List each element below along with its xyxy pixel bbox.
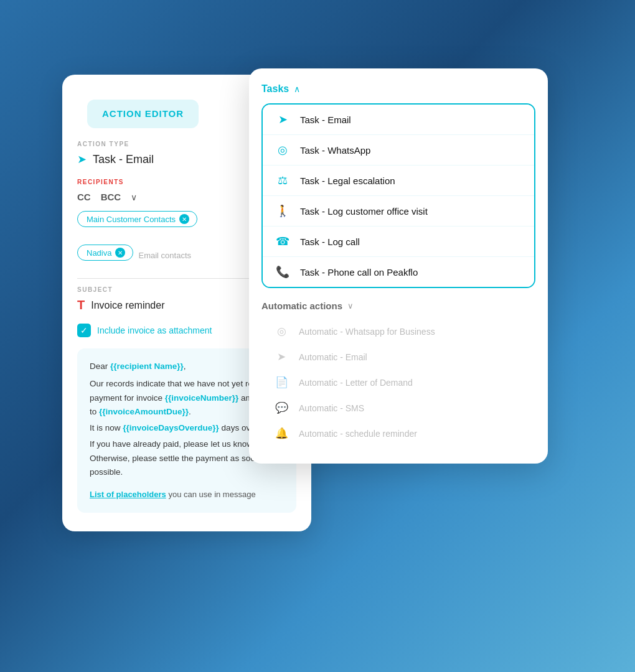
task-log-call-icon: ☎ bbox=[275, 235, 290, 248]
task-legal-label: Task - Legal escalation bbox=[300, 175, 395, 186]
auto-sms-item[interactable]: 💬 Automatic - SMS bbox=[261, 395, 535, 421]
action-editor-header: ACTION EDITOR bbox=[87, 100, 199, 128]
nadiva-tag[interactable]: Nadiva ✕ bbox=[77, 245, 133, 261]
action-editor-title: ACTION EDITOR bbox=[102, 108, 184, 119]
auto-whatsapp-label: Automatic - Whatsapp for Business bbox=[299, 327, 435, 337]
automatic-list: ◎ Automatic - Whatsapp for Business ➤ Au… bbox=[261, 319, 535, 446]
auto-whatsapp-icon: ◎ bbox=[274, 325, 289, 338]
main-contacts-tag[interactable]: Main Customer Contacts ✕ bbox=[77, 211, 197, 227]
email-comma: , bbox=[184, 362, 186, 371]
auto-whatsapp-item[interactable]: ◎ Automatic - Whatsapp for Business bbox=[261, 319, 535, 344]
bcc-chevron-icon[interactable]: ∨ bbox=[131, 192, 137, 202]
dropdown-card: Tasks ∧ ➤ Task - Email ◎ Task - WhatsApp… bbox=[249, 68, 548, 464]
subject-value: Invoice reminder bbox=[91, 300, 164, 311]
automatic-title: Automatic actions bbox=[261, 301, 342, 311]
auto-email-icon: ➤ bbox=[274, 350, 289, 363]
task-legal-icon: ⚖ bbox=[275, 174, 290, 187]
email-line2-post: . bbox=[189, 407, 191, 416]
main-contacts-remove-button[interactable]: ✕ bbox=[179, 214, 189, 224]
automatic-chevron-icon[interactable]: ∨ bbox=[347, 301, 354, 310]
auto-lod-icon: 📄 bbox=[274, 376, 289, 389]
task-whatsapp-label: Task - WhatsApp bbox=[300, 145, 370, 156]
subject-t-icon: T bbox=[77, 298, 85, 312]
placeholder-suffix: you can use in message bbox=[166, 490, 256, 499]
email-dear-text: Dear bbox=[90, 362, 110, 371]
auto-lod-label: Automatic - Letter of Demand bbox=[299, 378, 413, 388]
task-whatsapp-icon: ◎ bbox=[275, 143, 290, 157]
attachment-checkbox[interactable]: ✓ bbox=[77, 324, 91, 337]
auto-reminder-label: Automatic - schedule reminder bbox=[299, 429, 417, 439]
tasks-list: ➤ Task - Email ◎ Task - WhatsApp ⚖ Task … bbox=[261, 103, 535, 288]
auto-email-item[interactable]: ➤ Automatic - Email bbox=[261, 344, 535, 370]
cc-label: CC bbox=[77, 192, 91, 202]
email-icon: ➤ bbox=[77, 152, 87, 166]
var-invoice-amount: {{invoiceAmountDue}} bbox=[99, 407, 189, 416]
auto-lod-item[interactable]: 📄 Automatic - Letter of Demand bbox=[261, 370, 535, 395]
task-phone-call-item[interactable]: 📞 Task - Phone call on Peakflo bbox=[263, 257, 534, 287]
task-legal-item[interactable]: ⚖ Task - Legal escalation bbox=[263, 166, 534, 196]
placeholder-link[interactable]: List of placeholders bbox=[90, 490, 166, 499]
task-log-call-item[interactable]: ☎ Task - Log call bbox=[263, 226, 534, 257]
task-whatsapp-item[interactable]: ◎ Task - WhatsApp bbox=[263, 135, 534, 166]
task-email-icon: ➤ bbox=[275, 113, 290, 126]
task-phone-call-label: Task - Phone call on Peakflo bbox=[300, 267, 418, 278]
task-office-visit-label: Task - Log customer office visit bbox=[300, 206, 428, 217]
action-type-value: Task - Email bbox=[93, 153, 154, 166]
auto-sms-label: Automatic - SMS bbox=[299, 403, 364, 413]
tasks-title: Tasks bbox=[261, 83, 289, 95]
bcc-label: BCC bbox=[101, 192, 121, 202]
auto-email-label: Automatic - Email bbox=[299, 352, 367, 362]
task-office-visit-item[interactable]: 🚶 Task - Log customer office visit bbox=[263, 196, 534, 226]
task-office-visit-icon: 🚶 bbox=[275, 204, 290, 218]
automatic-header: Automatic actions ∨ bbox=[261, 301, 535, 311]
nadiva-remove-button[interactable]: ✕ bbox=[115, 248, 125, 258]
var-days-overdue: {{invoiceDaysOverdue}} bbox=[123, 423, 219, 432]
var-invoice-number: {{invoiceNumber}} bbox=[165, 393, 239, 403]
task-log-call-label: Task - Log call bbox=[300, 236, 360, 247]
attachment-checkbox-label: Include invoice as attachment bbox=[97, 325, 212, 335]
task-email-label: Task - Email bbox=[300, 114, 351, 125]
placeholder-row: List of placeholders you can use in mess… bbox=[90, 488, 284, 502]
email-line3-pre: It is now bbox=[90, 423, 123, 432]
tasks-chevron-icon[interactable]: ∧ bbox=[294, 84, 300, 94]
tasks-header: Tasks ∧ bbox=[261, 83, 535, 95]
task-phone-call-icon: 📞 bbox=[275, 265, 290, 279]
email-contacts-placeholder: Email contacts bbox=[138, 251, 191, 260]
task-email-item[interactable]: ➤ Task - Email bbox=[263, 105, 534, 135]
var-recipient-name: {{recipient Name}} bbox=[110, 362, 184, 371]
main-contacts-tag-label: Main Customer Contacts bbox=[87, 215, 176, 224]
auto-sms-icon: 💬 bbox=[274, 401, 289, 414]
nadiva-tag-label: Nadiva bbox=[87, 248, 111, 258]
auto-reminder-item[interactable]: 🔔 Automatic - schedule reminder bbox=[261, 421, 535, 446]
auto-reminder-icon: 🔔 bbox=[274, 427, 289, 440]
